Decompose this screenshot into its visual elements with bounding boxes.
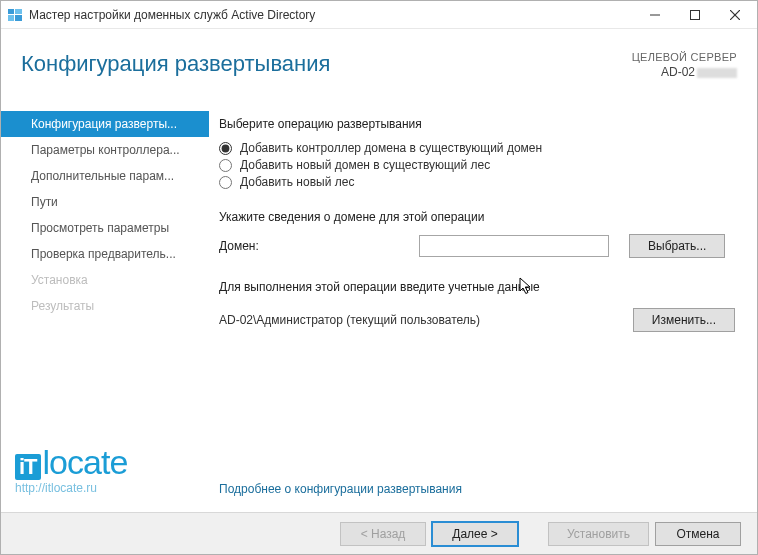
target-server-name: AD-02 — [632, 65, 737, 79]
footer-bar: < Назад Далее > Установить Отмена — [1, 512, 757, 554]
more-info-link[interactable]: Подробнее о конфигурации развертывания — [219, 482, 462, 496]
sidebar-item-label: Результаты — [31, 299, 94, 313]
credentials-user: AD-02\Администратор (текущий пользовател… — [219, 313, 633, 327]
minimize-button[interactable] — [635, 2, 675, 28]
sidebar-item-dc-options[interactable]: Параметры контроллера... — [1, 137, 209, 163]
domain-row: Домен: Выбрать... — [219, 234, 735, 258]
maximize-button[interactable] — [675, 2, 715, 28]
server-name-redacted — [697, 68, 737, 78]
domain-input[interactable] — [419, 235, 609, 257]
svg-rect-1 — [15, 9, 22, 14]
radio-input[interactable] — [219, 176, 232, 189]
title-bar: Мастер настройки доменных служб Active D… — [1, 1, 757, 29]
sidebar-item-install: Установка — [1, 267, 209, 293]
back-button: < Назад — [340, 522, 426, 546]
sidebar-item-results: Результаты — [1, 293, 209, 319]
credentials-row: AD-02\Администратор (текущий пользовател… — [219, 308, 735, 332]
watermark-prefix: iT — [15, 454, 41, 480]
radio-input[interactable] — [219, 159, 232, 172]
install-button: Установить — [548, 522, 649, 546]
operation-heading: Выберите операцию развертывания — [219, 117, 735, 131]
domain-label: Домен: — [219, 239, 419, 253]
radio-add-new-forest[interactable]: Добавить новый лес — [219, 175, 735, 189]
svg-rect-2 — [8, 15, 14, 21]
domain-info-heading: Укажите сведения о домене для этой опера… — [219, 210, 735, 224]
header: Конфигурация развертывания ЦЕЛЕВОЙ СЕРВЕ… — [1, 29, 757, 111]
radio-label: Добавить новый лес — [240, 175, 354, 189]
page-title: Конфигурация развертывания — [21, 51, 330, 77]
radio-input[interactable] — [219, 142, 232, 155]
next-button[interactable]: Далее > — [432, 522, 518, 546]
sidebar-item-label: Конфигурация разверты... — [31, 117, 177, 131]
sidebar-item-paths[interactable]: Пути — [1, 189, 209, 215]
window-title: Мастер настройки доменных служб Active D… — [29, 8, 635, 22]
credentials-heading: Для выполнения этой операции введите уче… — [219, 280, 735, 294]
close-button[interactable] — [715, 2, 755, 28]
cancel-button[interactable]: Отмена — [655, 522, 741, 546]
svg-rect-3 — [15, 15, 22, 21]
select-button[interactable]: Выбрать... — [629, 234, 725, 258]
watermark-url: http://itlocate.ru — [15, 482, 127, 494]
change-button[interactable]: Изменить... — [633, 308, 735, 332]
target-server-box: ЦЕЛЕВОЙ СЕРВЕР AD-02 — [632, 51, 737, 79]
sidebar-item-additional[interactable]: Дополнительные парам... — [1, 163, 209, 189]
radio-label: Добавить контроллер домена в существующи… — [240, 141, 542, 155]
sidebar-item-label: Пути — [31, 195, 58, 209]
watermark-logo: iTlocate http://itlocate.ru — [15, 445, 127, 494]
content-pane: Выберите операцию развертывания Добавить… — [209, 111, 757, 512]
sidebar-item-prereq[interactable]: Проверка предваритель... — [1, 241, 209, 267]
sidebar-item-label: Дополнительные парам... — [31, 169, 174, 183]
svg-rect-0 — [8, 9, 14, 14]
target-server-label: ЦЕЛЕВОЙ СЕРВЕР — [632, 51, 737, 63]
radio-add-domain-existing-forest[interactable]: Добавить новый домен в существующий лес — [219, 158, 735, 172]
window-controls — [635, 2, 755, 28]
radio-label: Добавить новый домен в существующий лес — [240, 158, 490, 172]
sidebar-item-label: Проверка предваритель... — [31, 247, 176, 261]
sidebar-item-label: Параметры контроллера... — [31, 143, 180, 157]
sidebar-item-review[interactable]: Просмотреть параметры — [1, 215, 209, 241]
app-icon — [7, 7, 23, 23]
radio-add-dc-existing-domain[interactable]: Добавить контроллер домена в существующи… — [219, 141, 735, 155]
watermark-text: locate — [43, 445, 128, 479]
svg-rect-5 — [691, 10, 700, 19]
sidebar-item-label: Просмотреть параметры — [31, 221, 169, 235]
sidebar-item-deployment-config[interactable]: Конфигурация разверты... — [1, 111, 209, 137]
sidebar-item-label: Установка — [31, 273, 88, 287]
